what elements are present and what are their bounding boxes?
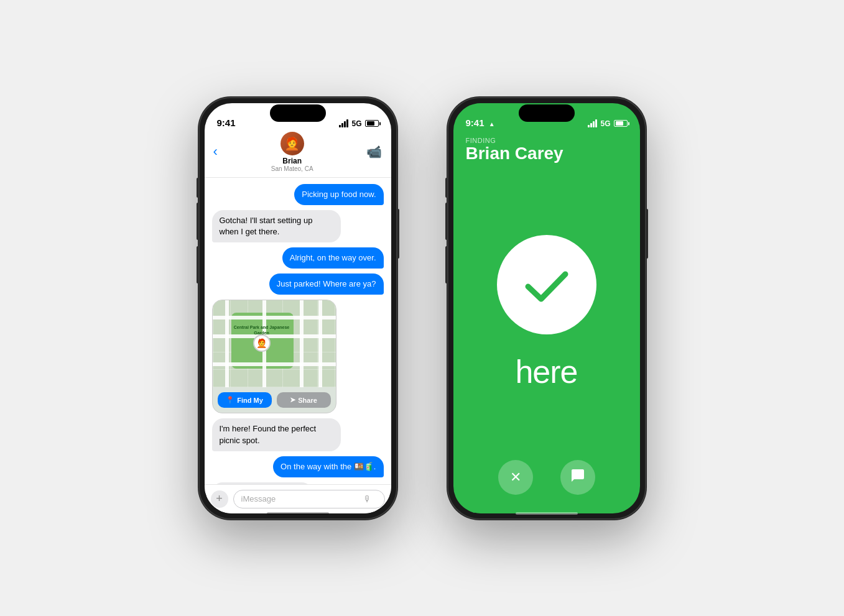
message-row-6: I'm here! Found the perfect picnic spot. (212, 418, 384, 451)
finding-label: FINDING (466, 137, 628, 144)
message-bubble: I'm here! Found the perfect picnic spot. (212, 418, 341, 451)
message-text: Alright, on the way over. (290, 253, 376, 262)
message-text: Gotcha! I'll start setting up when I get… (220, 216, 313, 236)
findmy-phone: 9:41 ▲ 5G FINDING Brian Carey (447, 97, 646, 520)
volume-up-button-2 (445, 203, 448, 240)
microphone-icon[interactable]: 🎙 (363, 494, 372, 504)
message-bubble: Just parked! Where are ya? (269, 274, 384, 295)
location-pin: 🧑‍🦰 (253, 334, 271, 352)
message-bubble: Picking up food now. (294, 184, 383, 205)
dynamic-island (270, 104, 326, 122)
imessage-header: ‹ 🧑‍🦰 Brian San Mateo, CA 📹 (205, 132, 391, 178)
message-bubble: On the way with the 🍱🧃. (273, 456, 383, 477)
map-actions: 📍 Find My ➤ Share (213, 387, 336, 413)
message-icon (570, 468, 585, 487)
find-my-label: Find My (237, 397, 263, 404)
volume-down-button-2 (445, 246, 448, 283)
power-button-2 (646, 209, 648, 259)
checkmark-icon (519, 257, 575, 313)
avatar: 🧑‍🦰 (281, 132, 304, 155)
message-text: On the way with the 🍱🧃. (281, 462, 376, 471)
message-text: Picking up food now. (302, 190, 376, 199)
signal-icon (339, 119, 348, 127)
close-icon: ✕ (510, 469, 521, 485)
volume-up-button (197, 203, 199, 240)
input-placeholder: iMessage (241, 494, 276, 503)
contact-info: 🧑‍🦰 Brian San Mateo, CA (271, 132, 313, 172)
share-label: Share (298, 397, 317, 404)
map-image: Central Park and Japanese Garden 🧑‍🦰 (213, 300, 336, 387)
back-button[interactable]: ‹ (213, 144, 218, 160)
home-indicator (267, 512, 329, 515)
find-my-button[interactable]: 📍 Find My (218, 392, 272, 408)
imessage-screen: 9:41 5G ‹ 🧑‍🦰 Brian (205, 103, 391, 513)
dynamic-island-2 (519, 104, 575, 122)
message-row-map: Central Park and Japanese Garden 🧑‍🦰 📍 F… (212, 300, 384, 413)
findmy-header: FINDING Brian Carey (453, 132, 640, 166)
video-call-icon[interactable]: 📹 (366, 144, 382, 159)
message-text: Just parked! Where are ya? (277, 279, 376, 288)
findmy-content: here (453, 165, 640, 459)
message-bubble: Alright, on the way over. (282, 247, 384, 269)
findmy-network-label: 5G (600, 119, 610, 128)
contact-location: San Mateo, CA (271, 165, 313, 172)
message-input[interactable]: iMessage 🎙 (233, 490, 385, 508)
volume-down-button (197, 246, 199, 283)
input-bar: + iMessage 🎙 (205, 484, 391, 513)
mute-button-2 (445, 178, 448, 198)
contact-name[interactable]: Brian (282, 157, 302, 165)
share-button[interactable]: ➤ Share (277, 392, 331, 408)
message-bubble: Gotcha! I'll start setting up when I get… (212, 210, 341, 242)
found-indicator (497, 235, 596, 334)
messages-area: Picking up food now. Gotcha! I'll start … (205, 178, 391, 484)
message-button[interactable] (560, 460, 595, 495)
status-icons: 5G (339, 119, 378, 128)
findmy-status-icons: 5G (588, 119, 627, 128)
message-row-7: On the way with the 🍱🧃. (212, 456, 384, 477)
home-indicator-2 (516, 512, 578, 515)
findmy-actions: ✕ (453, 460, 640, 513)
person-name: Brian Carey (466, 144, 628, 163)
close-button[interactable]: ✕ (498, 460, 533, 495)
imessage-phone: 9:41 5G ‹ 🧑‍🦰 Brian (198, 97, 397, 520)
findmy-status-time: 9:41 ▲ (466, 117, 495, 128)
network-label: 5G (351, 119, 361, 128)
status-word: here (515, 353, 577, 390)
findmy-icon: 📍 (226, 396, 234, 404)
findmy-screen: 9:41 ▲ 5G FINDING Brian Carey (453, 103, 640, 513)
findmy-signal-icon (588, 119, 597, 127)
power-button (397, 209, 399, 259)
message-row-2: Gotcha! I'll start setting up when I get… (212, 210, 384, 242)
message-text: I'm here! Found the perfect picnic spot. (220, 424, 317, 444)
message-row-4: Just parked! Where are ya? (212, 274, 384, 295)
message-row-3: Alright, on the way over. (212, 247, 384, 269)
location-bubble[interactable]: Central Park and Japanese Garden 🧑‍🦰 📍 F… (212, 300, 336, 413)
findmy-battery-icon (614, 120, 628, 127)
share-icon: ➤ (290, 396, 295, 404)
message-row-1: Picking up food now. (212, 184, 384, 205)
status-time: 9:41 (217, 117, 236, 128)
mute-button (197, 178, 199, 198)
add-attachment-button[interactable]: + (211, 490, 228, 508)
battery-icon (365, 120, 379, 127)
